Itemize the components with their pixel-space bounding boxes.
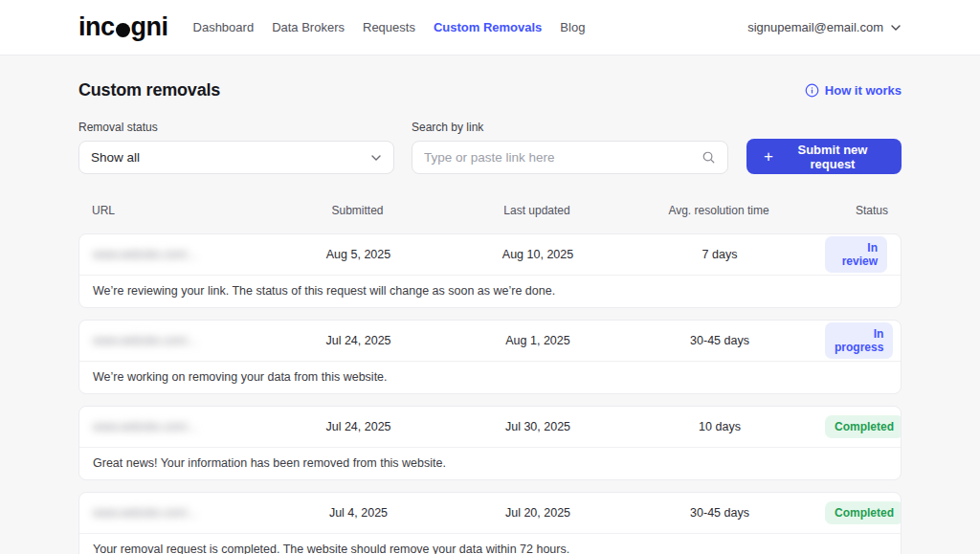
avg-resolution-time: 30-45 days <box>614 506 825 520</box>
submitted-date: Jul 24, 2025 <box>256 334 461 347</box>
submit-new-request-button[interactable]: + Submit new request <box>746 139 902 174</box>
page-title: Custom removals <box>78 80 220 100</box>
search-by-link-label: Search by link <box>412 121 728 134</box>
column-header-last-updated: Last updated <box>460 204 613 217</box>
how-it-works-label: How it works <box>825 83 902 98</box>
chevron-down-icon <box>890 22 902 33</box>
search-box <box>412 141 728 174</box>
status-message: Your removal request is completed. The w… <box>79 534 901 554</box>
url-redacted: www.website.com/... <box>93 248 256 261</box>
nav-item-dashboard[interactable]: Dashboard <box>193 20 255 34</box>
logo-text-pre: inc <box>78 12 115 42</box>
status-badge: Completed <box>825 415 902 438</box>
status-badge: Completed <box>825 501 902 524</box>
table-row[interactable]: www.website.com/... Jul 24, 2025 Aug 1, … <box>78 320 902 394</box>
table-row[interactable]: www.website.com/... Aug 5, 2025 Aug 10, … <box>78 233 902 308</box>
submit-new-request-label: Submit new request <box>781 143 884 171</box>
removal-status-label: Removal status <box>78 121 394 134</box>
table-row[interactable]: www.website.com/... Jul 24, 2025 Jul 30,… <box>78 406 902 480</box>
status-badge: In review <box>825 236 887 273</box>
logo-dot-icon <box>116 23 130 37</box>
last-updated-date: Aug 10, 2025 <box>461 248 614 261</box>
custom-removals-page: Custom removals How it works Removal sta… <box>78 80 902 554</box>
removal-status-field: Removal status Show all <box>78 121 394 174</box>
table-header-row: URL Submitted Last updated Avg. resoluti… <box>78 196 902 225</box>
logo-text-post: gni <box>131 12 168 42</box>
incogni-logo[interactable]: incgni <box>78 12 168 42</box>
plus-icon: + <box>764 148 773 165</box>
removal-status-select[interactable]: Show all <box>78 141 394 174</box>
chevron-down-icon <box>370 152 382 164</box>
search-icon <box>702 150 716 165</box>
last-updated-date: Aug 1, 2025 <box>461 334 614 347</box>
nav-item-requests[interactable]: Requests <box>363 20 415 34</box>
top-navigation-bar: incgni DashboardData BrokersRequestsCust… <box>0 0 980 55</box>
avg-resolution-time: 7 days <box>614 248 825 261</box>
removal-requests-list: www.website.com/... Aug 5, 2025 Aug 10, … <box>78 233 902 554</box>
avg-resolution-time: 30-45 days <box>614 334 825 347</box>
search-by-link-field: Search by link <box>412 121 728 174</box>
nav-item-data-brokers[interactable]: Data Brokers <box>272 20 345 34</box>
last-updated-date: Jul 20, 2025 <box>461 506 614 520</box>
avg-resolution-time: 10 days <box>614 420 825 433</box>
how-it-works-link[interactable]: How it works <box>805 83 902 98</box>
nav-item-blog[interactable]: Blog <box>560 20 585 34</box>
account-menu[interactable]: signupemail@email.com <box>747 20 902 34</box>
column-header-submitted: Submitted <box>255 204 460 217</box>
last-updated-date: Jul 30, 2025 <box>461 420 614 433</box>
status-badge: In progress <box>825 322 893 359</box>
status-message: Great news! Your information has been re… <box>79 448 901 479</box>
search-input[interactable] <box>424 150 702 165</box>
status-message: We’re reviewing your link. The status of… <box>79 276 901 307</box>
submitted-date: Jul 4, 2025 <box>256 506 461 520</box>
column-header-url: URL <box>92 204 255 217</box>
main-nav: DashboardData BrokersRequestsCustom Remo… <box>193 20 586 34</box>
submitted-date: Aug 5, 2025 <box>256 248 461 261</box>
url-redacted: www.website.com/... <box>93 334 256 347</box>
submitted-date: Jul 24, 2025 <box>256 420 461 433</box>
removal-status-value: Show all <box>91 150 140 165</box>
column-header-status: Status <box>824 204 888 217</box>
table-row[interactable]: www.website.com/... Jul 4, 2025 Jul 20, … <box>78 492 902 554</box>
column-header-avg-resolution-time: Avg. resolution time <box>613 204 824 217</box>
url-redacted: www.website.com/... <box>93 506 256 520</box>
url-redacted: www.website.com/... <box>93 420 256 433</box>
info-icon <box>805 83 819 98</box>
status-message: We’re working on removing your data from… <box>79 362 901 393</box>
account-email: signupemail@email.com <box>747 20 883 34</box>
nav-item-custom-removals[interactable]: Custom Removals <box>434 20 542 34</box>
